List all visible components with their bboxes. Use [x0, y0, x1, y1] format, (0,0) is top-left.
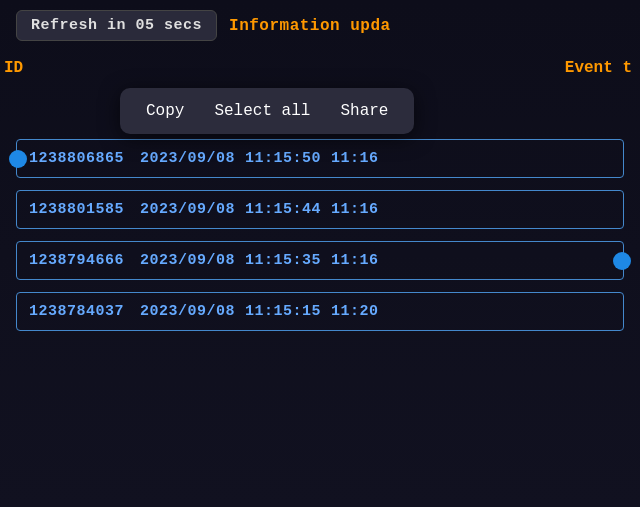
row-time2: 11:16 [331, 201, 379, 218]
row-id: 1238794666 [29, 252, 124, 269]
header: Refresh in 05 secs Information upda [0, 0, 640, 51]
context-menu: Copy Select all Share [120, 88, 414, 134]
refresh-badge: Refresh in 05 secs [16, 10, 217, 41]
main-screen: Refresh in 05 secs Information upda ID E… [0, 0, 640, 507]
row-id: 1238784037 [29, 303, 124, 320]
row-time2: 11:20 [331, 303, 379, 320]
row-id: 1238801585 [29, 201, 124, 218]
col-event-header: Event t [565, 59, 636, 77]
table-row: 1238784037 2023/09/08 11:15:15 11:20 [16, 292, 624, 331]
row-date: 2023/09/08 [140, 252, 235, 269]
info-text: Information upda [229, 17, 391, 35]
row-date: 2023/09/08 [140, 303, 235, 320]
row-time2: 11:16 [331, 252, 379, 269]
row-time2: 11:16 [331, 150, 379, 167]
row-time1: 11:15:35 [245, 252, 321, 269]
info-label: Information upda [229, 17, 391, 35]
row-date: 2023/09/08 [140, 150, 235, 167]
refresh-label: Refresh in 05 secs [31, 17, 202, 34]
selection-dot-left[interactable] [9, 150, 27, 168]
table-row: 1238806865 2023/09/08 11:15:50 11:16 [16, 139, 624, 178]
row-id: 1238806865 [29, 150, 124, 167]
col-id-header: ID [4, 59, 64, 77]
table-row: 1238801585 2023/09/08 11:15:44 11:16 [16, 190, 624, 229]
row-time1: 11:15:44 [245, 201, 321, 218]
select-all-button[interactable]: Select all [208, 98, 316, 124]
table-row: 1238794666 2023/09/08 11:15:35 11:16 [16, 241, 624, 280]
selection-dot-right[interactable] [613, 252, 631, 270]
share-button[interactable]: Share [334, 98, 394, 124]
data-table: 1238806865 2023/09/08 11:15:50 11:16 123… [0, 139, 640, 331]
row-date: 2023/09/08 [140, 201, 235, 218]
copy-button[interactable]: Copy [140, 98, 190, 124]
row-time1: 11:15:15 [245, 303, 321, 320]
row-time1: 11:15:50 [245, 150, 321, 167]
column-headers: ID Event t [0, 59, 640, 83]
